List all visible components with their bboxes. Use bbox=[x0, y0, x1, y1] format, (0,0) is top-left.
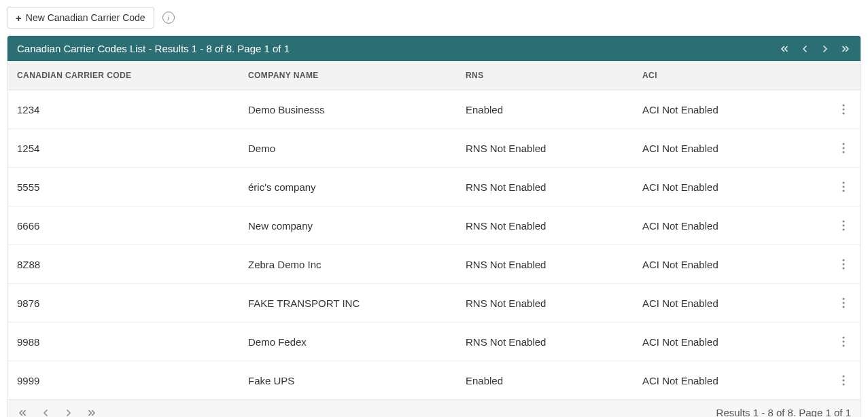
panel-footer: Results 1 - 8 of 8. Page 1 of 1 bbox=[7, 399, 861, 417]
row-actions-icon[interactable] bbox=[836, 179, 851, 195]
svg-point-0 bbox=[842, 104, 844, 106]
cell-aci: ACI Not Enabled bbox=[633, 132, 827, 165]
col-header-company[interactable]: COMPANY NAME bbox=[239, 61, 456, 90]
col-header-rns[interactable]: RNS bbox=[456, 61, 633, 90]
svg-point-14 bbox=[842, 267, 844, 269]
cell-company: Fake UPS bbox=[239, 364, 456, 397]
cell-company: Demo bbox=[239, 132, 456, 165]
cell-rns: Enabled bbox=[456, 93, 633, 126]
cell-company: Zebra Demo Inc bbox=[239, 248, 456, 281]
cell-actions bbox=[827, 245, 861, 283]
cell-aci: ACI Not Enabled bbox=[633, 248, 827, 281]
first-page-icon[interactable] bbox=[779, 43, 790, 54]
new-button-label: New Canadian Carrier Code bbox=[26, 12, 145, 23]
cell-aci: ACI Not Enabled bbox=[633, 93, 827, 126]
cell-aci: ACI Not Enabled bbox=[633, 364, 827, 397]
cell-code: 9988 bbox=[7, 325, 239, 359]
svg-point-18 bbox=[842, 336, 844, 338]
table-header-row: CANADIAN CARRIER CODE COMPANY NAME RNS A… bbox=[7, 61, 861, 90]
svg-point-22 bbox=[842, 379, 844, 381]
cell-code: 6666 bbox=[7, 209, 239, 242]
prev-page-icon[interactable] bbox=[799, 43, 810, 54]
row-actions-icon[interactable] bbox=[836, 217, 851, 234]
table-row: 9988Demo FedexRNS Not EnabledACI Not Ena… bbox=[7, 323, 861, 361]
carrier-codes-panel: Canadian Carrier Codes List - Results 1 … bbox=[7, 35, 861, 417]
cell-actions bbox=[827, 206, 861, 244]
cell-rns: RNS Not Enabled bbox=[456, 132, 633, 165]
table-row: 9876FAKE TRANSPORT INCRNS Not EnabledACI… bbox=[7, 284, 861, 323]
panel-header-title: Canadian Carrier Codes List - Results 1 … bbox=[17, 43, 290, 54]
table-row: 8Z88Zebra Demo IncRNS Not EnabledACI Not… bbox=[7, 245, 861, 284]
cell-code: 8Z88 bbox=[7, 248, 239, 281]
row-actions-icon[interactable] bbox=[836, 372, 851, 388]
svg-point-10 bbox=[842, 224, 844, 226]
prev-page-icon[interactable] bbox=[40, 407, 51, 418]
cell-rns: RNS Not Enabled bbox=[456, 209, 633, 242]
cell-rns: RNS Not Enabled bbox=[456, 287, 633, 320]
svg-point-7 bbox=[842, 185, 844, 187]
panel-header: Canadian Carrier Codes List - Results 1 … bbox=[7, 36, 861, 61]
svg-point-9 bbox=[842, 220, 844, 222]
row-actions-icon[interactable] bbox=[836, 295, 851, 311]
last-page-icon[interactable] bbox=[86, 407, 97, 418]
svg-point-4 bbox=[842, 147, 844, 149]
info-icon[interactable]: i bbox=[162, 12, 175, 24]
cell-company: New company bbox=[239, 209, 456, 242]
new-carrier-code-button[interactable]: + New Canadian Carrier Code bbox=[7, 7, 154, 29]
svg-point-15 bbox=[842, 297, 844, 300]
row-actions-icon[interactable] bbox=[836, 101, 851, 117]
col-header-actions bbox=[827, 61, 861, 90]
cell-company: Demo Fedex bbox=[239, 325, 456, 359]
cell-aci: ACI Not Enabled bbox=[633, 170, 827, 204]
cell-rns: RNS Not Enabled bbox=[456, 325, 633, 359]
row-actions-icon[interactable] bbox=[836, 140, 851, 156]
cell-company: FAKE TRANSPORT INC bbox=[239, 287, 456, 320]
cell-actions bbox=[827, 129, 861, 167]
col-header-code[interactable]: CANADIAN CARRIER CODE bbox=[7, 61, 239, 90]
svg-point-13 bbox=[842, 263, 844, 265]
cell-rns: RNS Not Enabled bbox=[456, 170, 633, 204]
svg-point-12 bbox=[842, 259, 844, 261]
cell-code: 1254 bbox=[7, 132, 239, 165]
row-actions-icon[interactable] bbox=[836, 333, 851, 350]
cell-actions bbox=[827, 90, 861, 128]
table-row: 1234Demo BusinesssEnabledACI Not Enabled bbox=[7, 90, 861, 129]
cell-company: éric's company bbox=[239, 170, 456, 204]
cell-aci: ACI Not Enabled bbox=[633, 325, 827, 359]
next-page-icon[interactable] bbox=[63, 407, 74, 418]
svg-point-19 bbox=[842, 340, 844, 342]
row-actions-icon[interactable] bbox=[836, 256, 851, 272]
cell-actions bbox=[827, 284, 861, 322]
cell-actions bbox=[827, 168, 861, 206]
cell-actions bbox=[827, 323, 861, 361]
table-row: 1254DemoRNS Not EnabledACI Not Enabled bbox=[7, 129, 861, 168]
cell-code: 5555 bbox=[7, 170, 239, 204]
cell-rns: Enabled bbox=[456, 364, 633, 397]
svg-point-11 bbox=[842, 228, 844, 230]
svg-point-2 bbox=[842, 112, 844, 114]
cell-aci: ACI Not Enabled bbox=[633, 209, 827, 242]
footer-pager bbox=[17, 407, 97, 418]
svg-point-6 bbox=[842, 181, 844, 183]
table-row: 9999Fake UPSEnabledACI Not Enabled bbox=[7, 361, 861, 399]
svg-point-21 bbox=[842, 375, 844, 377]
table-row: 6666New companyRNS Not EnabledACI Not En… bbox=[7, 206, 861, 245]
cell-company: Demo Businesss bbox=[239, 93, 456, 126]
svg-point-8 bbox=[842, 189, 844, 192]
cell-code: 1234 bbox=[7, 93, 239, 126]
svg-point-23 bbox=[842, 383, 844, 385]
carrier-codes-table: CANADIAN CARRIER CODE COMPANY NAME RNS A… bbox=[7, 61, 861, 399]
cell-rns: RNS Not Enabled bbox=[456, 248, 633, 281]
svg-point-20 bbox=[842, 344, 844, 346]
header-pager bbox=[779, 43, 851, 54]
cell-code: 9999 bbox=[7, 364, 239, 397]
cell-code: 9876 bbox=[7, 287, 239, 320]
col-header-aci[interactable]: ACI bbox=[633, 61, 827, 90]
first-page-icon[interactable] bbox=[17, 407, 28, 418]
cell-aci: ACI Not Enabled bbox=[633, 287, 827, 320]
svg-point-16 bbox=[842, 302, 844, 304]
next-page-icon[interactable] bbox=[820, 43, 831, 54]
svg-point-1 bbox=[842, 108, 844, 110]
svg-point-3 bbox=[842, 143, 844, 145]
last-page-icon[interactable] bbox=[840, 43, 851, 54]
